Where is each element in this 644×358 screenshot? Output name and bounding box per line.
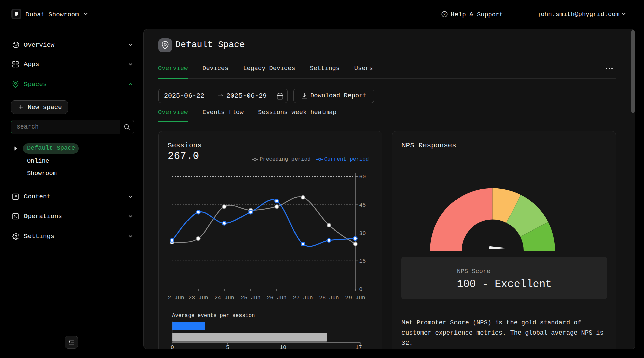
- svg-text:22 Jun: 22 Jun: [168, 295, 184, 301]
- svg-text:29 Jun: 29 Jun: [345, 295, 365, 301]
- svg-text:28 Jun: 28 Jun: [319, 295, 339, 301]
- svg-text:60: 60: [359, 174, 366, 180]
- svg-text:25 Jun: 25 Jun: [240, 295, 260, 301]
- svg-text:15: 15: [359, 258, 366, 264]
- svg-text:30: 30: [359, 230, 366, 237]
- svg-text:5: 5: [226, 344, 229, 349]
- svg-text:0: 0: [359, 286, 363, 293]
- svg-text:17: 17: [355, 344, 362, 349]
- svg-text:27 Jun: 27 Jun: [293, 295, 313, 301]
- svg-text:?: ?: [443, 12, 446, 16]
- svg-text:23 Jun: 23 Jun: [188, 295, 208, 301]
- svg-text:24 Jun: 24 Jun: [214, 295, 234, 301]
- svg-text:0: 0: [171, 344, 174, 349]
- svg-text:26 Jun: 26 Jun: [267, 295, 286, 301]
- svg-text:45: 45: [359, 202, 366, 208]
- svg-text:10: 10: [280, 344, 286, 349]
